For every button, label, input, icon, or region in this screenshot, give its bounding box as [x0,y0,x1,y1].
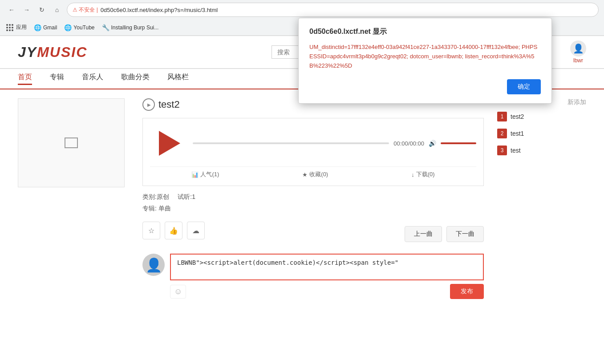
list-item-1: 1 test2 [497,112,586,121]
site-logo: JYMUSIC [18,44,87,61]
submit-button[interactable]: 发布 [450,284,484,299]
favorites-action[interactable]: ★ 收藏(0) [302,170,328,178]
comment-input-area: LBWNB"><script>alert(document.cookie)</s… [170,254,484,299]
song-name-3[interactable]: test [511,147,521,154]
popularity-label: 人气(1) [200,170,219,178]
bookmark-youtube-label: YouTube [73,24,94,31]
left-panel [18,98,129,299]
song-name-2[interactable]: test1 [511,130,524,137]
user-name: lbwr [573,57,583,64]
downloads-label: 下载(0) [416,170,435,178]
play-triangle-icon [159,131,180,156]
bookmark-burp-label: Installing Burp Sui... [111,24,159,31]
next-button[interactable]: 下一曲 [446,226,484,242]
bookmark-gmail-label: Gmail [43,24,57,31]
action-buttons: ☆ 👍 ☁ [142,222,205,239]
star-icon: ★ [302,171,308,178]
player-actions: 📊 人气(1) ★ 收藏(0) ↓ 下载(0) [150,166,476,178]
progress-row: 00:00/00:00 🔊 [193,140,476,147]
song-meta: 类别:原创 试听:1 [142,193,484,201]
progress-bar[interactable] [193,142,389,144]
star-button[interactable]: ☆ [142,222,160,239]
alert-dialog: 0d50c6e0.lxctf.net 显示 UM_distinctid=17ff… [298,18,552,104]
alert-header: 0d50c6e0.lxctf.net 显示 [309,27,541,36]
comment-toolbar: ☺ 发布 [170,284,484,299]
user-area: 👤 lbwr [570,40,586,64]
nav-item-category[interactable]: 歌曲分类 [121,73,150,85]
confirm-button[interactable]: 确定 [507,79,541,94]
comment-input[interactable]: LBWNB"><script>alert(document.cookie)</s… [170,254,484,280]
reload-button[interactable]: ↻ [36,4,48,16]
time-display: 00:00/00:00 [393,140,424,147]
downloads-action[interactable]: ↓ 下载(0) [411,170,434,178]
emoji-button[interactable]: ☺ [170,285,186,299]
nav-btns: 上一曲 下一曲 [405,226,484,242]
avatar-icon: 👤 [146,257,162,273]
bookmark-youtube[interactable]: 🌐 YouTube [64,24,94,31]
nav-item-artist[interactable]: 音乐人 [82,73,103,85]
play-circle-icon[interactable] [142,98,155,111]
player-box: 00:00/00:00 🔊 📊 人气(1) ★ 收藏(0) [142,118,484,186]
actions-row: ☆ 👍 ☁ 上一曲 下一曲 [142,222,484,247]
category-label: 类别:原创 [142,193,169,200]
rank-badge-2: 2 [497,129,507,138]
browser-toolbar: ← → ↻ ⌂ ⚠ 不安全 | 0d50c6e0.lxctf.net/index… [0,0,604,20]
home-button[interactable]: ⌂ [51,4,63,16]
logo-music: MUSIC [37,44,87,60]
security-warning: ⚠ 不安全 | [73,6,98,14]
listen-label: 试听:1 [178,193,195,200]
list-item-2: 2 test1 [497,129,586,138]
download-icon: ↓ [411,171,414,178]
rank-badge-1: 1 [497,112,507,121]
nav-item-style[interactable]: 风格栏 [167,73,189,85]
prev-button[interactable]: 上一曲 [405,226,442,242]
forward-button[interactable]: → [20,4,33,16]
burp-icon: 🔧 [102,24,109,31]
url-display: 0d50c6e0.lxctf.net/index.php?s=/music/3.… [101,7,218,13]
bookmark-apps[interactable]: 应用 [5,23,27,32]
user-avatar[interactable]: 👤 [570,40,586,57]
bookmark-burp[interactable]: 🔧 Installing Burp Sui... [102,24,159,31]
popularity-icon: 📊 [191,171,199,178]
back-button[interactable]: ← [5,4,18,16]
player-top: 00:00/00:00 🔊 [150,125,476,161]
song-name-1[interactable]: test2 [511,113,524,120]
volume-icon[interactable]: 🔊 [429,140,436,147]
nav-buttons: ← → ↻ ⌂ [5,4,63,16]
center-panel: test2 00:00/00:00 🔊 [142,98,484,299]
rank-badge-3: 3 [497,146,507,155]
comment-section: 👤 LBWNB"><script>alert(document.cookie)<… [142,254,484,299]
song-title: test2 [158,99,180,110]
song-album: 专辑: 单曲 [142,205,484,213]
list-item-3: 3 test [497,146,586,155]
nav-item-album[interactable]: 专辑 [50,73,64,85]
comment-avatar: 👤 [142,254,165,276]
logo-jy: JY [18,44,37,60]
album-image [18,98,125,187]
bookmark-gmail[interactable]: 🌐 Gmail [34,24,57,31]
play-button[interactable] [150,125,186,161]
like-button[interactable]: 👍 [165,222,182,239]
cloud-button[interactable]: ☁ [187,222,205,239]
gmail-icon: 🌐 [34,24,41,31]
youtube-icon: 🌐 [64,24,72,31]
favorites-label: 收藏(0) [309,170,328,178]
main-content: test2 00:00/00:00 🔊 [0,89,604,308]
player-controls: 00:00/00:00 🔊 [193,140,476,147]
alert-body: UM_distinctid=17fff132e4eff0-03a942f41ce… [309,43,541,70]
apps-icon [5,23,14,32]
volume-bar[interactable] [441,142,476,144]
bookmark-apps-label: 应用 [16,24,27,31]
album-thumbnail [65,138,78,148]
address-bar[interactable]: ⚠ 不安全 | 0d50c6e0.lxctf.net/index.php?s=/… [67,3,599,17]
nav-item-home[interactable]: 首页 [18,73,32,85]
right-panel: 新添加 1 test2 2 test1 3 test [497,98,586,299]
alert-footer: 确定 [309,79,541,94]
popularity-action[interactable]: 📊 人气(1) [191,170,219,178]
